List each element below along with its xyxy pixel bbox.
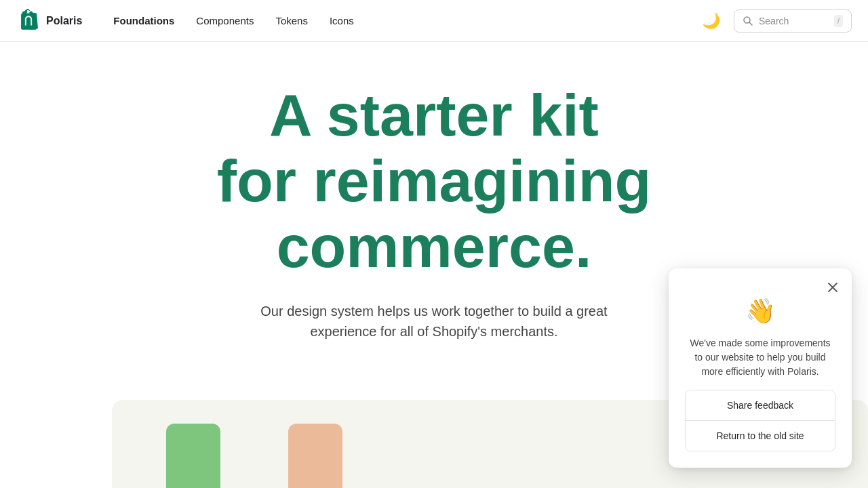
popup-message: We've made some improvements to our webs… [685, 336, 835, 379]
popup-wave-emoji: 👋 [745, 297, 776, 325]
search-icon [743, 16, 753, 26]
nav-tokens[interactable]: Tokens [266, 9, 317, 32]
logo-link[interactable]: Polaris [16, 9, 82, 33]
popup-close-button[interactable] [823, 278, 842, 297]
navbar: Polaris Foundations Components Tokens Ic… [0, 0, 868, 42]
nav-foundations[interactable]: Foundations [104, 9, 184, 32]
navbar-right: 🌙 Search / [698, 9, 852, 33]
return-old-site-button[interactable]: Return to the old site [686, 420, 835, 451]
preview-card-peach [288, 424, 342, 488]
shopify-logo-icon [16, 9, 41, 33]
brand-name: Polaris [46, 15, 82, 27]
preview-card-green [166, 424, 220, 488]
hero-title-line2: for reimagining [217, 147, 652, 214]
hero-subtitle: Our design system helps us work together… [231, 301, 637, 342]
svg-rect-0 [21, 13, 37, 29]
popup-body: 👋 We've made some improvements to our we… [669, 297, 852, 468]
close-icon [827, 282, 838, 293]
main-nav: Foundations Components Tokens Icons [104, 9, 698, 32]
hero-title: A starter kit for reimagining commerce. [217, 83, 652, 279]
hero-title-line1: A starter kit [269, 81, 599, 148]
theme-toggle-button[interactable]: 🌙 [698, 9, 723, 33]
hero-title-line3: commerce. [277, 213, 592, 280]
nav-components[interactable]: Components [186, 9, 263, 32]
popup-actions: Share feedback Return to the old site [685, 390, 835, 451]
improvement-popup: 👋 We've made some improvements to our we… [669, 268, 852, 468]
share-feedback-button[interactable]: Share feedback [686, 390, 835, 420]
search-label: Search [759, 16, 829, 26]
moon-icon: 🌙 [702, 12, 720, 30]
popup-header [669, 268, 852, 297]
search-bar[interactable]: Search / [734, 9, 852, 33]
nav-icons[interactable]: Icons [320, 9, 363, 32]
search-shortcut: / [834, 15, 843, 27]
